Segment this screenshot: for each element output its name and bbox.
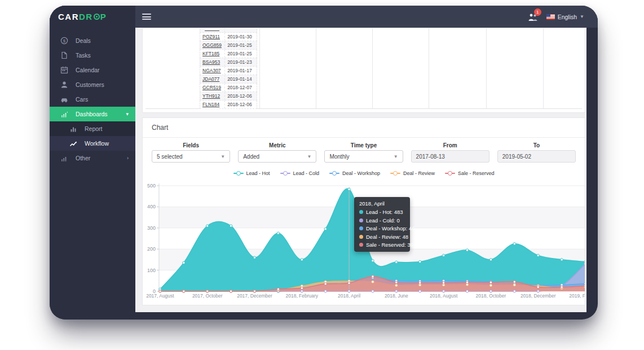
sidebar-subitem-label: Report	[85, 125, 103, 132]
svg-text:2019, February: 2019, February	[569, 293, 585, 299]
sidebar-item-label: Tasks	[76, 52, 91, 59]
sidebar-item-calendar[interactable]: Calendar	[50, 63, 135, 77]
sidebar-item-cars[interactable]: Cars	[50, 92, 135, 107]
car-code-link[interactable]: OGG859	[202, 42, 222, 48]
chart-title: Chart	[152, 124, 168, 132]
chevron-down-icon: ▼	[580, 14, 584, 19]
chart-area[interactable]: 01002003004005002017, August2017, Octobe…	[143, 180, 585, 300]
table-row: POZ9112019-01-30	[200, 33, 257, 41]
car-code-link[interactable]: FLN184	[202, 102, 219, 107]
filter-to: To2019-05-02	[497, 142, 576, 164]
chart-legend: Lead - HotLead - ColdDeal - WorkshopDeal…	[143, 170, 585, 177]
added-date: 2019-01-14	[224, 75, 257, 83]
car-code-link[interactable]: GCR519	[202, 85, 221, 90]
svg-text:2018, February: 2018, February	[286, 293, 319, 299]
chevron-down-icon: ▼	[220, 154, 225, 159]
sidebar-submenu: ReportWorkflow	[50, 121, 135, 151]
fields-select[interactable]: 5 selected▼	[152, 150, 230, 163]
metric-select[interactable]: Added▼	[238, 150, 316, 163]
sidebar-item-dashboards[interactable]: Dashboards▾	[50, 107, 135, 121]
logo-text-dr: DR	[79, 12, 93, 21]
legend-label: Lead - Hot	[246, 170, 270, 176]
added-date: 2019-01-23	[224, 58, 257, 66]
table-row: BSA9532019-01-23	[200, 58, 257, 67]
filter-label: To	[497, 142, 576, 148]
table-row: YTH9122018-12-06	[200, 92, 257, 100]
sidebar: $DealsTasksCalendarCustomersCarsDashboar…	[50, 28, 135, 320]
logo-area: CARDRP	[50, 6, 135, 28]
sidebar-item-other[interactable]: Other›	[50, 151, 135, 165]
car-code-link[interactable]: BSA953	[202, 59, 220, 65]
chart-card: Chart Fields5 selected▼MetricAdded▼Time …	[142, 117, 585, 305]
from-date-input[interactable]: 2017-08-13	[411, 150, 489, 163]
added-date: 2019-01-25	[224, 50, 257, 58]
chevron-right-icon: ›	[127, 155, 129, 161]
tasks-icon	[60, 51, 68, 59]
logo-text-p: P	[100, 12, 107, 21]
sidebar-item-tasks[interactable]: Tasks	[50, 48, 135, 63]
filter-fields: Fields5 selected▼	[152, 142, 230, 164]
legend-marker-icon	[390, 173, 400, 174]
legend-label: Sale - Reserved	[458, 170, 495, 176]
app-logo: CARDRP	[58, 12, 107, 21]
car-code-link[interactable]: KFT185	[202, 51, 219, 56]
sidebar-subitem-workflow[interactable]: Workflow	[50, 136, 135, 151]
added-date: 2018-12-07	[224, 84, 257, 91]
legend-marker-icon	[329, 173, 339, 174]
workflow-icon	[69, 139, 77, 147]
svg-text:2018, December: 2018, December	[521, 293, 556, 299]
filter-from: From2017-08-13	[411, 142, 489, 164]
language-switcher[interactable]: English ▼	[546, 14, 584, 20]
topbar-right: 1 English ▼	[527, 12, 584, 21]
table-row: NGA3072019-01-17	[200, 67, 257, 75]
legend-item-deal-review[interactable]: Deal - Review	[390, 170, 435, 176]
sidebar-item-label: Calendar	[76, 67, 100, 73]
time-type-select[interactable]: Monthly▼	[324, 150, 403, 163]
sidebar-subitem-report[interactable]: Report	[50, 121, 135, 136]
legend-item-lead-hot[interactable]: Lead - Hot	[233, 170, 270, 176]
table-row: GCR5192018-12-07	[200, 84, 257, 92]
main-content: POZ9112019-01-30OGG8592019-01-25KFT18520…	[135, 28, 586, 312]
table-row: JDA0772019-01-14	[200, 75, 257, 84]
added-date: 2018-12-06	[224, 100, 257, 108]
dashboards-icon	[60, 110, 68, 118]
calendar-icon	[60, 66, 68, 74]
car-code-link[interactable]: YTH912	[202, 93, 220, 99]
sidebar-item-label: Other	[76, 155, 90, 161]
table-row: KFT1852019-01-25	[200, 50, 257, 58]
filter-label: Fields	[152, 142, 230, 148]
svg-text:2017, October: 2017, October	[192, 293, 223, 299]
added-date: 2018-12-06	[224, 92, 257, 100]
selected-value: Monthly	[329, 154, 349, 160]
filter-label: Time type	[324, 142, 403, 148]
notifications-button[interactable]: 1	[527, 12, 539, 21]
selected-value: Added	[243, 154, 259, 160]
svg-text:2018, June: 2018, June	[385, 293, 408, 299]
svg-text:400: 400	[147, 204, 156, 209]
svg-text:500: 500	[147, 183, 156, 189]
chevron-down-icon: ▼	[307, 154, 311, 159]
sidebar-item-customers[interactable]: Customers	[50, 77, 135, 92]
car-code-link[interactable]: NGA307	[202, 68, 221, 73]
filter-metric: MetricAdded▼	[238, 142, 316, 164]
sidebar-item-deals[interactable]: $Deals	[50, 33, 135, 48]
car-code-link[interactable]: POZ911	[202, 34, 220, 40]
clipped-link	[205, 28, 219, 31]
chevron-down-icon: ▼	[394, 154, 398, 159]
legend-item-sale-reserved[interactable]: Sale - Reserved	[445, 170, 495, 176]
to-date-input[interactable]: 2019-05-02	[497, 150, 576, 163]
sidebar-item-label: Deals	[76, 37, 91, 44]
legend-label: Deal - Workshop	[342, 170, 380, 176]
legend-item-deal-workshop[interactable]: Deal - Workshop	[329, 170, 380, 176]
filter-label: Metric	[238, 142, 316, 148]
topbar: CARDRP 1 English ▼	[50, 6, 598, 28]
svg-text:2017, December: 2017, December	[237, 293, 272, 299]
selected-value: 5 selected	[157, 154, 183, 160]
legend-item-lead-cold[interactable]: Lead - Cold	[280, 170, 320, 176]
car-list-subtable: POZ9112019-01-30OGG8592019-01-25KFT18520…	[200, 28, 257, 109]
menu-toggle-icon[interactable]	[142, 12, 151, 21]
car-code-link[interactable]: JDA077	[202, 76, 219, 82]
app-window: CARDRP 1 English ▼ $D	[50, 6, 598, 320]
svg-text:100: 100	[147, 268, 156, 273]
area-chart[interactable]: 01002003004005002017, August2017, Octobe…	[143, 180, 585, 300]
